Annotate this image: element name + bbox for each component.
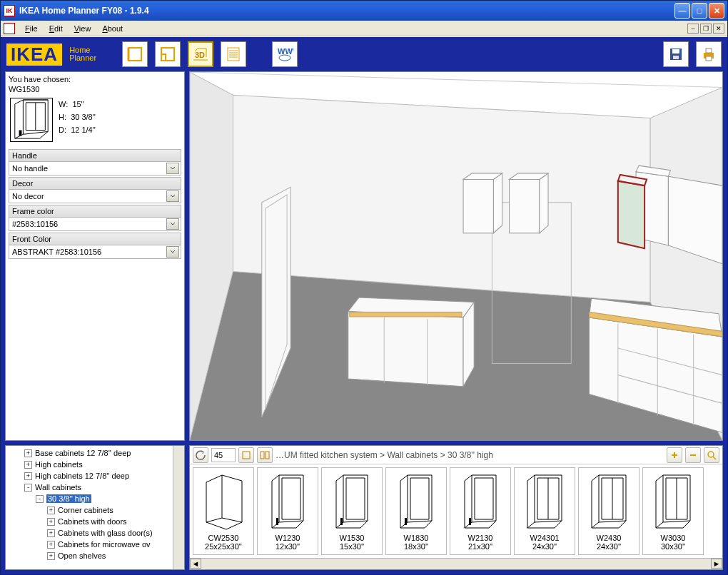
decor-label: Decor <box>9 177 181 189</box>
tree-expand-icon[interactable]: + <box>47 518 55 526</box>
3d-view-button[interactable]: 3D <box>188 41 213 67</box>
catalog-item[interactable]: W2430124x30'' <box>514 467 575 555</box>
svg-point-3 <box>279 55 290 61</box>
frame-combo[interactable]: #2583:10156 <box>9 217 181 231</box>
tree-expand-icon[interactable]: - <box>36 495 44 503</box>
zoom-in-button[interactable] <box>667 447 682 463</box>
cabinet-icon <box>650 471 696 532</box>
print-button[interactable] <box>696 41 722 67</box>
tree-item[interactable]: + Corner cabinets <box>7 504 183 516</box>
view-mode-1-button[interactable] <box>238 447 254 463</box>
tree-item-label: Open shelves <box>58 551 106 560</box>
tree-item[interactable]: - 30 3/8'' high <box>7 493 183 504</box>
chevron-down-icon <box>166 218 179 230</box>
menu-edit[interactable]: Edit <box>44 23 69 34</box>
view-mode-2-button[interactable] <box>257 447 273 463</box>
catalog-item-name: W2130 <box>468 534 493 542</box>
www-button[interactable]: WWW <box>272 41 298 67</box>
tree-item[interactable]: + Open shelves <box>7 550 183 561</box>
scroll-right-button[interactable]: ► <box>711 559 722 569</box>
tree-expand-icon[interactable]: + <box>47 552 55 560</box>
handle-combo[interactable]: No handle <box>9 161 181 175</box>
svg-rect-10 <box>19 131 22 136</box>
tree-item-label: Corner cabinets <box>58 506 113 514</box>
tree-expand-icon[interactable]: + <box>47 507 55 514</box>
tree-scrollbar[interactable] <box>173 446 184 569</box>
catalog-item-name: W3030 <box>661 534 686 542</box>
menu-about[interactable]: About <box>96 23 128 34</box>
minimize-button[interactable]: — <box>674 3 690 19</box>
chevron-down-icon <box>166 246 179 258</box>
tree-item-label: Cabinets with doors <box>58 517 127 526</box>
catalog-item[interactable]: W183018x30'' <box>385 467 447 555</box>
svg-rect-1 <box>228 48 239 61</box>
catalog-item-name: W1530 <box>340 534 365 542</box>
tree-expand-icon[interactable]: - <box>24 484 32 492</box>
tree-item-label: Wall cabinets <box>35 483 81 492</box>
chosen-label: You have chosen: <box>9 75 181 83</box>
svg-rect-9 <box>706 56 712 61</box>
svg-rect-5 <box>672 49 679 54</box>
catalog-item-name: W1830 <box>404 534 429 542</box>
catalog-item[interactable]: W303030x30'' <box>642 467 704 555</box>
catalog-scrollbar[interactable]: ◄ ► <box>190 558 722 569</box>
svg-marker-33 <box>493 173 502 233</box>
nav-back-button[interactable] <box>193 447 208 463</box>
catalog-item[interactable]: CW253025x25x30'' <box>193 467 254 555</box>
3d-viewport[interactable] <box>189 71 723 441</box>
maximize-button[interactable]: □ <box>692 3 707 19</box>
save-button[interactable] <box>663 41 689 67</box>
tree-expand-icon[interactable]: + <box>47 541 55 549</box>
tree-item[interactable]: + High cabinets <box>7 459 183 470</box>
menu-view[interactable]: View <box>69 23 97 34</box>
svg-rect-35 <box>510 180 540 233</box>
cabinet-icon <box>329 471 375 532</box>
close-button[interactable]: ✕ <box>709 3 724 19</box>
svg-text:WWW: WWW <box>278 47 293 56</box>
chevron-down-icon <box>166 190 179 202</box>
catalog-item-name: W24301 <box>530 534 560 542</box>
window-title: IKEA Home Planner FY08 - 1.9.4 <box>19 6 674 16</box>
mdi-close-button[interactable]: ✕ <box>713 24 724 34</box>
tree-item[interactable]: + Cabinets with glass door(s) <box>7 527 183 539</box>
catalog-item[interactable]: W243024x30'' <box>578 467 639 555</box>
catalog-item-size: 30x30'' <box>661 542 685 551</box>
tree-expand-icon[interactable]: + <box>47 529 55 537</box>
cabinet-icon <box>265 471 310 532</box>
tree-item[interactable]: + High cabinets 12 7/8'' deep <box>7 470 183 482</box>
app-window: IK IKEA Home Planner FY08 - 1.9.4 — □ ✕ … <box>0 0 728 575</box>
zoom-out-button[interactable] <box>685 447 701 463</box>
tree-item-label: High cabinets 12 7/8'' deep <box>35 472 129 480</box>
decor-combo[interactable]: No decor <box>9 189 181 203</box>
catalog-item[interactable]: W153015x30'' <box>321 467 383 555</box>
tree-item[interactable]: + Base cabinets 12 7/8'' deep <box>7 447 183 459</box>
catalog-item-size: 25x25x30'' <box>205 542 242 551</box>
tree-item[interactable]: + Cabinets for microwave ov <box>7 539 183 550</box>
cabinet-icon <box>457 471 503 532</box>
rotation-angle-input[interactable]: 45 <box>211 448 236 462</box>
tree-expand-icon[interactable]: + <box>24 472 32 480</box>
mdi-restore-button[interactable]: ❐ <box>700 24 712 34</box>
room-shape-button[interactable] <box>122 41 148 67</box>
cabinet-icon <box>522 471 567 532</box>
shopping-list-button[interactable] <box>221 41 246 67</box>
titlebar: IK IKEA Home Planner FY08 - 1.9.4 — □ ✕ <box>1 1 727 21</box>
svg-marker-12 <box>233 95 650 302</box>
tree-item[interactable]: + Cabinets with doors <box>7 516 183 527</box>
front-combo[interactable]: ABSTRAKT #2583:10156 <box>9 245 181 259</box>
category-tree[interactable]: + Base cabinets 12 7/8'' deep+ High cabi… <box>5 445 185 570</box>
tree-item-label: High cabinets <box>35 460 83 469</box>
tree-item-label: Cabinets for microwave ov <box>58 540 151 549</box>
menu-file[interactable]: File <box>19 23 44 34</box>
wall-openings-button[interactable] <box>155 41 181 67</box>
tree-item[interactable]: - Wall cabinets <box>7 482 183 493</box>
catalog-item[interactable]: W123012x30'' <box>257 467 318 555</box>
tree-expand-icon[interactable]: + <box>24 461 32 469</box>
chosen-model: WG1530 <box>9 85 181 93</box>
search-button[interactable] <box>704 447 719 463</box>
svg-rect-50 <box>469 518 471 525</box>
catalog-item[interactable]: W213021x30'' <box>450 467 511 555</box>
mdi-minimize-button[interactable]: – <box>687 24 699 34</box>
scroll-left-button[interactable]: ◄ <box>190 559 201 569</box>
tree-expand-icon[interactable]: + <box>24 449 32 457</box>
